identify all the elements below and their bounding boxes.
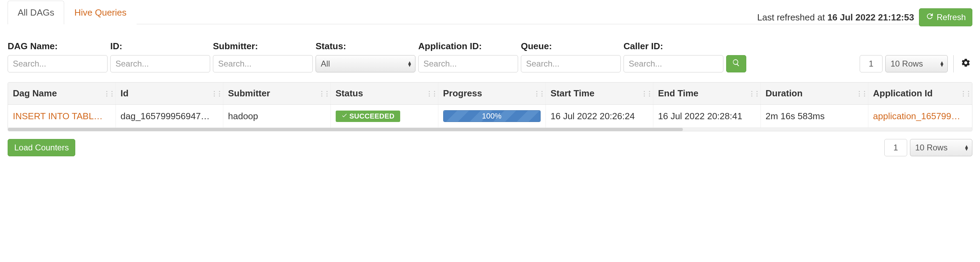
- rows-select-top[interactable]: 10 Rows: [885, 55, 948, 72]
- filter-app-id-input[interactable]: [418, 55, 518, 72]
- cell-status: SUCCEEDED: [331, 105, 438, 128]
- rows-select-bottom-value: 10 Rows: [915, 143, 947, 152]
- table-header-row: Dag Name⋮⋮ Id⋮⋮ Submitter⋮⋮ Status⋮⋮ Pro…: [8, 83, 972, 105]
- divider: [953, 55, 954, 72]
- column-resize-handle[interactable]: ⋮⋮: [319, 90, 329, 97]
- search-icon: [732, 59, 740, 69]
- col-queue[interactable]: Queue: [972, 83, 972, 105]
- status-badge: SUCCEEDED: [336, 111, 400, 122]
- col-progress-label: Progress: [443, 88, 482, 98]
- dag-table: Dag Name⋮⋮ Id⋮⋮ Submitter⋮⋮ Status⋮⋮ Pro…: [8, 83, 972, 128]
- refresh-button-label: Refresh: [937, 13, 966, 22]
- col-start-time-label: Start Time: [551, 88, 595, 98]
- column-resize-handle[interactable]: ⋮⋮: [534, 90, 544, 97]
- load-counters-label: Load Counters: [14, 143, 68, 152]
- search-button[interactable]: [726, 55, 746, 72]
- col-submitter[interactable]: Submitter⋮⋮: [223, 83, 331, 105]
- last-refreshed-prefix: Last refreshed at: [757, 12, 827, 22]
- column-resize-handle[interactable]: ⋮⋮: [641, 90, 652, 97]
- load-counters-button[interactable]: Load Counters: [8, 139, 75, 156]
- filter-app-id: Application ID:: [418, 41, 518, 72]
- cell-end-time: 16 Jul 2022 20:28:41: [653, 105, 760, 128]
- cell-id: dag_165799956947…: [116, 105, 223, 128]
- col-status[interactable]: Status⋮⋮: [331, 83, 438, 105]
- progress-bar: 100%: [443, 110, 541, 122]
- filter-caller-id-input[interactable]: [624, 55, 723, 72]
- gear-icon[interactable]: [959, 55, 972, 72]
- column-resize-handle[interactable]: ⋮⋮: [104, 90, 114, 97]
- filter-caller-id-label: Caller ID:: [624, 41, 723, 52]
- progress-label: 100%: [444, 111, 540, 122]
- cell-start-time: 16 Jul 2022 20:26:24: [546, 105, 653, 128]
- rows-select-top-value: 10 Rows: [891, 59, 923, 68]
- page-number-input-bottom[interactable]: [884, 139, 907, 156]
- col-start-time[interactable]: Start Time⋮⋮: [546, 83, 653, 105]
- cell-duration: 2m 16s 583ms: [760, 105, 868, 128]
- filter-submitter: Submitter:: [213, 41, 313, 72]
- col-app-id-label: Application Id: [873, 88, 933, 98]
- filter-queue-label: Queue:: [521, 41, 621, 52]
- column-resize-handle[interactable]: ⋮⋮: [749, 90, 759, 97]
- status-badge-text: SUCCEEDED: [350, 112, 395, 120]
- cell-dag-name[interactable]: INSERT INTO TABL…: [8, 105, 116, 128]
- filter-status: Status: All ▲▼: [315, 41, 415, 72]
- col-id-label: Id: [121, 88, 129, 98]
- filter-dag-name: DAG Name:: [8, 41, 108, 72]
- column-resize-handle[interactable]: ⋮⋮: [960, 90, 970, 97]
- column-resize-handle[interactable]: ⋮⋮: [211, 90, 221, 97]
- col-duration-label: Duration: [766, 88, 803, 98]
- filter-queue-input[interactable]: [521, 55, 621, 72]
- cell-queue: default: [972, 105, 972, 128]
- col-dag-name[interactable]: Dag Name⋮⋮: [8, 83, 116, 105]
- column-resize-handle[interactable]: ⋮⋮: [856, 90, 867, 97]
- check-icon: [341, 112, 347, 120]
- filter-status-value: All: [321, 59, 330, 68]
- filter-dag-name-input[interactable]: [8, 55, 108, 72]
- horizontal-scrollbar[interactable]: [8, 127, 972, 131]
- refresh-icon: [926, 12, 934, 22]
- dag-table-wrapper: Dag Name⋮⋮ Id⋮⋮ Submitter⋮⋮ Status⋮⋮ Pro…: [8, 82, 972, 131]
- col-dag-name-label: Dag Name: [13, 88, 57, 98]
- tab-hive-queries[interactable]: Hive Queries: [64, 1, 136, 24]
- filter-id-label: ID:: [110, 41, 210, 52]
- last-refreshed-time: 16 Jul 2022 21:12:53: [827, 12, 914, 22]
- cell-progress: 100%: [438, 105, 546, 128]
- cell-app-id[interactable]: application_165799…: [868, 105, 972, 128]
- filter-submitter-input[interactable]: [213, 55, 313, 72]
- col-end-time-label: End Time: [658, 88, 699, 98]
- filter-status-label: Status:: [315, 41, 415, 52]
- rows-select-bottom[interactable]: 10 Rows: [910, 139, 972, 156]
- filter-id-input[interactable]: [110, 55, 210, 72]
- column-resize-handle[interactable]: ⋮⋮: [426, 90, 437, 97]
- col-duration[interactable]: Duration⋮⋮: [760, 83, 868, 105]
- filter-caller-id: Caller ID:: [624, 41, 723, 72]
- col-progress[interactable]: Progress⋮⋮: [438, 83, 546, 105]
- filter-dag-name-label: DAG Name:: [8, 41, 108, 52]
- topbar: All DAGs Hive Queries Last refreshed at …: [8, 4, 972, 32]
- table-row: INSERT INTO TABL… dag_165799956947… hado…: [8, 105, 972, 128]
- col-submitter-label: Submitter: [228, 88, 270, 98]
- page-number-input-top[interactable]: [860, 55, 883, 72]
- filter-submitter-label: Submitter:: [213, 41, 313, 52]
- below-table-bar: Load Counters 10 Rows ▲▼: [8, 139, 972, 156]
- col-status-label: Status: [336, 88, 363, 98]
- refresh-button[interactable]: Refresh: [919, 8, 972, 26]
- horizontal-scroll-thumb[interactable]: [8, 128, 683, 131]
- filter-id: ID:: [110, 41, 210, 72]
- filter-status-select[interactable]: All: [315, 55, 415, 72]
- last-refreshed: Last refreshed at 16 Jul 2022 21:12:53: [757, 12, 914, 23]
- topbar-right: Last refreshed at 16 Jul 2022 21:12:53 R…: [757, 8, 972, 26]
- pager-bottom: 10 Rows ▲▼: [884, 139, 972, 156]
- tab-all-dags[interactable]: All DAGs: [8, 1, 64, 24]
- filters-row: DAG Name: ID: Submitter: Status: All ▲▼ …: [8, 41, 972, 72]
- filter-queue: Queue:: [521, 41, 621, 72]
- col-app-id[interactable]: Application Id⋮⋮: [868, 83, 972, 105]
- cell-submitter: hadoop: [223, 105, 331, 128]
- col-end-time[interactable]: End Time⋮⋮: [653, 83, 760, 105]
- col-id[interactable]: Id⋮⋮: [116, 83, 223, 105]
- pager-top: 10 Rows ▲▼: [860, 55, 972, 72]
- filter-app-id-label: Application ID:: [418, 41, 518, 52]
